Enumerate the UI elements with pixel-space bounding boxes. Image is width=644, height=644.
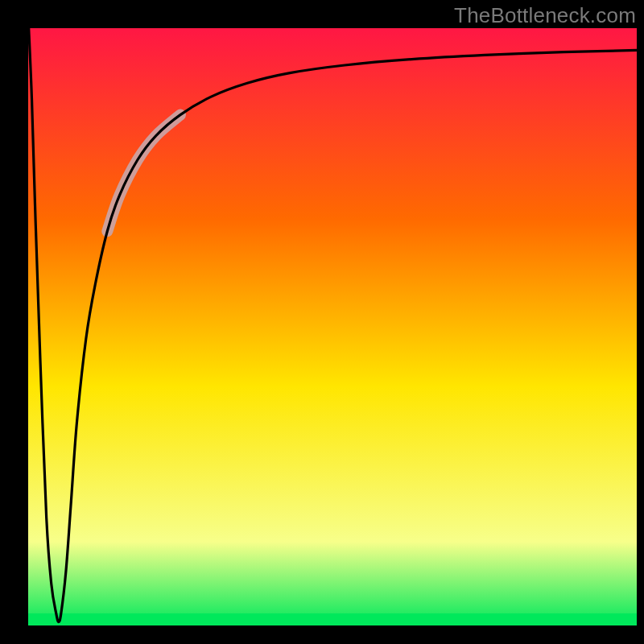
chart-frame: { "watermark": "TheBottleneck.com", "col… bbox=[0, 0, 644, 644]
watermark-text: TheBottleneck.com bbox=[454, 3, 636, 28]
bottom-green-band bbox=[28, 613, 637, 625]
gradient-background bbox=[28, 28, 637, 625]
bottleneck-chart bbox=[0, 0, 644, 644]
